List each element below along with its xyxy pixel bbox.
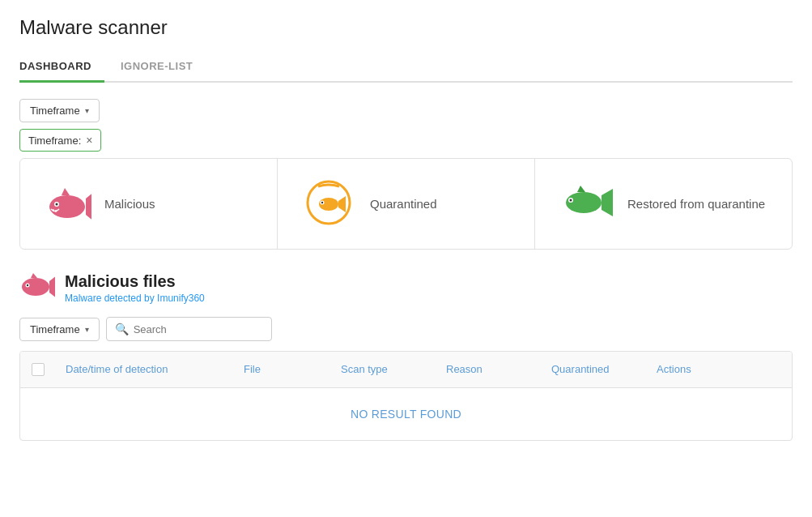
svg-point-12 [566, 192, 602, 213]
close-icon[interactable]: × [86, 134, 92, 147]
chevron-down-icon: ▾ [85, 325, 89, 334]
table-filter-row: Timeframe ▾ 🔍 [19, 317, 793, 341]
timeframe-dropdown-label: Timeframe [30, 105, 80, 117]
svg-marker-13 [602, 189, 613, 216]
svg-marker-1 [86, 190, 91, 223]
tab-dashboard[interactable]: DASHBOARD [19, 52, 104, 83]
section-title: Malicious files [65, 272, 205, 291]
tabs-bar: DASHBOARD IGNORE-LIST [19, 52, 793, 83]
page-container: Malware scanner DASHBOARD IGNORE-LIST Ti… [0, 0, 812, 517]
svg-point-17 [22, 278, 49, 296]
svg-marker-2 [62, 188, 70, 195]
svg-marker-9 [338, 196, 346, 212]
search-icon: 🔍 [115, 323, 129, 335]
stat-restored[interactable]: Restored from quarantine [535, 159, 792, 249]
svg-point-4 [56, 203, 58, 206]
stat-malicious[interactable]: Malicious [20, 159, 278, 249]
th-file: File [234, 352, 331, 387]
svg-marker-19 [31, 273, 37, 278]
tab-ignore-list[interactable]: IGNORE-LIST [121, 52, 206, 83]
section-title-block: Malicious files Malware detected by Imun… [65, 272, 205, 304]
th-scan-type: Scan type [331, 352, 436, 387]
chevron-down-icon: ▾ [85, 106, 89, 115]
table-timeframe-label: Timeframe [30, 323, 80, 335]
th-reason: Reason [436, 352, 542, 387]
stats-card: Malicious Quarantined [19, 158, 793, 250]
th-quarantined: Quarantined [542, 352, 647, 387]
svg-point-15 [570, 199, 572, 202]
timeframe-filter-tag[interactable]: Timeframe: × [19, 129, 101, 152]
restored-label: Restored from quarantine [627, 197, 765, 211]
svg-point-0 [49, 195, 85, 218]
section-header: Malicious files Malware detected by Imun… [19, 272, 793, 304]
top-filter-row: Timeframe ▾ [19, 99, 793, 122]
stat-quarantined[interactable]: Quarantined [278, 159, 535, 249]
section-fish-icon [19, 272, 55, 304]
select-all-checkbox[interactable] [32, 363, 45, 376]
quarantine-fish-icon [300, 178, 357, 229]
search-input-wrap[interactable]: 🔍 [106, 317, 272, 341]
search-input[interactable] [134, 323, 263, 335]
restored-fish-icon [558, 182, 614, 225]
svg-marker-18 [49, 276, 55, 298]
th-checkbox [20, 352, 56, 387]
filter-tag-row: Timeframe: × [19, 129, 793, 152]
svg-point-21 [27, 284, 28, 286]
timeframe-dropdown-button[interactable]: Timeframe ▾ [19, 99, 100, 122]
no-result-message: NO RESULT FOUND [20, 388, 792, 440]
malicious-files-table: Date/time of detection File Scan type Re… [19, 351, 793, 441]
quarantined-label: Quarantined [370, 197, 437, 211]
section-subtitle: Malware detected by Imunify360 [65, 293, 205, 304]
th-actions: Actions [647, 352, 744, 387]
timeframe-tag-label: Timeframe: [28, 135, 81, 147]
svg-marker-16 [577, 186, 585, 192]
page-title: Malware scanner [19, 16, 793, 39]
table-header-row: Date/time of detection File Scan type Re… [20, 352, 792, 388]
th-datetime: Date/time of detection [56, 352, 234, 387]
table-timeframe-dropdown[interactable]: Timeframe ▾ [19, 318, 100, 341]
svg-point-11 [321, 202, 323, 203]
malicious-fish-icon [43, 182, 91, 225]
malicious-label: Malicious [104, 197, 155, 211]
